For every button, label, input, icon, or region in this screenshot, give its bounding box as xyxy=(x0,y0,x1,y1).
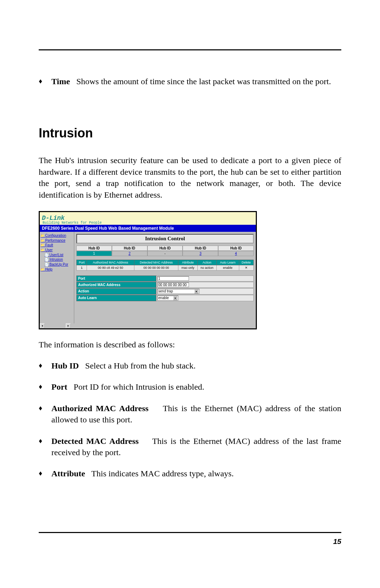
section-heading: Intrusion xyxy=(39,126,341,141)
hub-header-0: Hub ID xyxy=(76,246,112,251)
td-port: 1 xyxy=(77,265,87,270)
diamond-bullet-icon: ♦ xyxy=(39,403,51,413)
diamond-bullet-icon: ♦ xyxy=(39,76,51,86)
sidebar-userlist[interactable]: User/List xyxy=(40,253,73,258)
diamond-bullet-icon: ♦ xyxy=(39,468,51,478)
td-authmac: 00 80 c8 49 e2 50 xyxy=(87,265,134,270)
bullet-attribute: ♦ Attribute This indicates MAC address t… xyxy=(39,468,341,479)
sidebar-intrusion[interactable]: Intrusion xyxy=(40,257,73,262)
list-intro: The information is described as follows: xyxy=(39,340,341,349)
dlink-logo: D-Link xyxy=(42,215,102,221)
th-autolearn: Auto Learn xyxy=(216,260,239,265)
th-port: Port xyxy=(77,260,87,265)
bullet-attribute-label: Attribute xyxy=(51,469,85,478)
td-autolearn: enable xyxy=(216,265,239,270)
intrusion-table: Port Authorized MAC Address Detected MAC… xyxy=(76,260,254,271)
form-input-port[interactable]: 1 xyxy=(157,276,189,281)
bullet-port-text: Port ID for which Intrusion is enabled. xyxy=(74,382,204,391)
bullet-authmac-label: Authorized MAC Address xyxy=(51,404,148,413)
bullet-time-label: Time xyxy=(51,77,70,86)
ss-main: Intrusion Control Hub ID1 Hub ID2 Hub ID… xyxy=(74,232,256,323)
td-delete[interactable]: ✕ xyxy=(239,265,253,270)
hub-val-1[interactable]: 2 xyxy=(112,251,147,256)
hub-row: Hub ID1 Hub ID2 Hub ID- Hub ID3 Hub ID4 xyxy=(76,246,254,256)
ss-header: D-Link Building Networks for People xyxy=(40,212,256,225)
intro-paragraph: The Hub's intrusion security feature can… xyxy=(39,155,341,200)
form-label-authmac: Authorized MAC Address xyxy=(76,282,156,288)
dropdown-arrow-icon: ▾ xyxy=(194,289,198,293)
bottom-rule xyxy=(39,532,341,533)
form-select-autolearn-value: enable xyxy=(158,296,169,300)
bullet-time: ♦ Time Shows the amount of time since th… xyxy=(39,76,341,87)
embedded-screenshot: D-Link Building Networks for People DFE2… xyxy=(39,211,257,329)
form-select-action-value: send trap xyxy=(158,289,173,293)
hub-val-2: - xyxy=(147,251,183,256)
diamond-bullet-icon: ♦ xyxy=(39,381,51,391)
scroll-left-icon[interactable]: ◂ xyxy=(40,323,45,328)
sidebar-configuration[interactable]: Configuration xyxy=(40,233,73,238)
hub-val-0[interactable]: 1 xyxy=(76,251,112,256)
th-delete: Delete xyxy=(239,260,253,265)
ss-sidebar: Configuration Performance Fault User Use… xyxy=(40,232,74,323)
form-label-port: Port xyxy=(76,276,156,281)
page-number: 15 xyxy=(333,537,341,546)
th-detmac: Detected MAC Address xyxy=(134,260,178,265)
sidebar-fault[interactable]: Fault xyxy=(40,243,73,248)
ss-body: Configuration Performance Fault User Use… xyxy=(40,232,256,323)
dropdown-arrow-icon: ▾ xyxy=(173,296,177,300)
dlink-tagline: Building Networks for People xyxy=(43,221,102,225)
bullet-hubid-label: Hub ID xyxy=(51,361,79,370)
bullet-attribute-text: This indicates MAC address type, always. xyxy=(91,469,234,478)
bullet-port-label: Port xyxy=(51,382,67,391)
panel-title: Intrusion Control xyxy=(76,234,254,243)
sidebar-performance[interactable]: Performance xyxy=(40,238,73,243)
bullet-hubid: ♦ Hub ID Select a Hub from the hub stack… xyxy=(39,360,341,371)
bullet-hubid-text: Select a Hub from the hub stack. xyxy=(85,361,196,370)
diamond-bullet-icon: ♦ xyxy=(39,360,51,370)
form-input-authmac[interactable]: 00 00 00 00 00 00 xyxy=(157,283,189,287)
bullet-authmac: ♦ Authorized MAC Address This is the Eth… xyxy=(39,403,341,426)
form-label-autolearn: Auto Learn xyxy=(76,295,156,301)
hub-val-4[interactable]: 4 xyxy=(218,251,254,256)
bullet-detmac: ♦ Detected MAC Address This is the Ether… xyxy=(39,435,341,458)
bullet-time-body: Shows the amount of time since the last … xyxy=(76,77,331,86)
th-attr: Attribute xyxy=(178,260,197,265)
td-attr: mac-only xyxy=(178,265,197,270)
scroll-right-icon[interactable]: ▸ xyxy=(66,323,71,328)
sidebar-help[interactable]: Help xyxy=(40,267,73,272)
ss-bluebar: DFE2600 Series Dual Speed Hub Web Based … xyxy=(40,225,256,232)
page-content: ♦ Time Shows the amount of time since th… xyxy=(39,76,341,489)
hub-header-2: Hub ID xyxy=(147,246,183,251)
bullet-time-text: Time Shows the amount of time since the … xyxy=(51,76,341,87)
intrusion-form: Port 1 Authorized MAC Address 00 00 00 0… xyxy=(76,276,254,301)
bullet-detmac-label: Detected MAC Address xyxy=(51,437,139,446)
top-rule xyxy=(39,49,341,50)
th-authmac: Authorized MAC Address xyxy=(87,260,134,265)
th-action: Action xyxy=(197,260,216,265)
td-detmac: 00 00 00 00 00 00 xyxy=(134,265,178,270)
form-select-action[interactable]: send trap▾ xyxy=(157,289,200,294)
ss-scrollbar[interactable]: ◂ ▸ xyxy=(40,323,256,328)
hub-header-4: Hub ID xyxy=(218,246,254,251)
table-row: 1 00 80 c8 49 e2 50 00 00 00 00 00 00 ma… xyxy=(77,265,254,270)
form-label-action: Action xyxy=(76,288,156,295)
td-action: no action xyxy=(197,265,216,270)
hub-val-3[interactable]: 3 xyxy=(183,251,218,256)
diamond-bullet-icon: ♦ xyxy=(39,435,51,446)
sidebar-backup[interactable]: BackUp Por xyxy=(40,262,73,267)
hub-header-3: Hub ID xyxy=(183,246,218,251)
form-select-autolearn[interactable]: enable▾ xyxy=(157,296,178,301)
hub-header-1: Hub ID xyxy=(112,246,147,251)
sidebar-user[interactable]: User xyxy=(40,248,73,253)
bullet-port: ♦ Port Port ID for which Intrusion is en… xyxy=(39,381,341,392)
